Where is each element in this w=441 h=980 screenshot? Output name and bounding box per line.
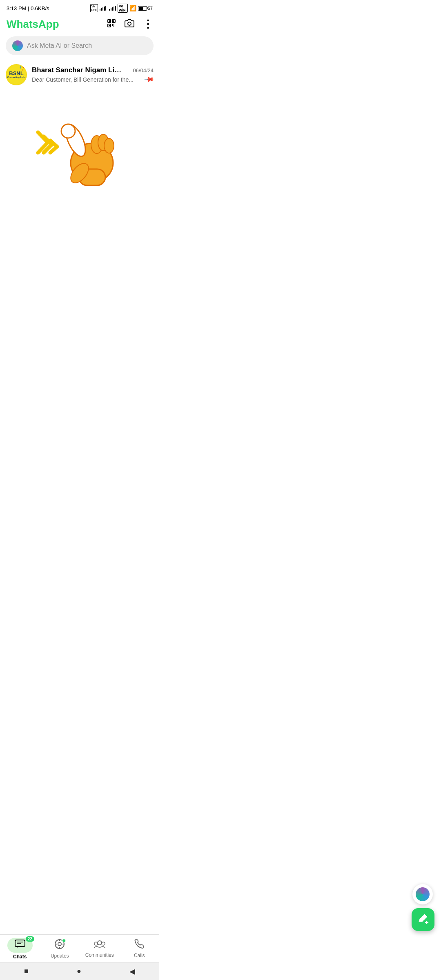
svg-rect-4 [113, 20, 114, 22]
search-bar[interactable]: Ask Meta AI or Search [6, 36, 154, 55]
search-placeholder: Ask Meta AI or Search [27, 42, 92, 49]
gesture-illustration [0, 89, 159, 200]
svg-rect-7 [112, 24, 113, 25]
svg-rect-12 [115, 25, 115, 27]
chat-preview-bsnl: Dear Customer, Bill Generation for the..… [32, 76, 134, 83]
chat-date-bsnl: 06/04/24 [133, 67, 154, 74]
svg-point-13 [128, 22, 131, 25]
svg-rect-5 [109, 25, 110, 26]
svg-point-20 [104, 138, 114, 153]
status-bar: 3:13 PM | 0.6KB/s VoLTE VoWiFi 📶 [0, 0, 159, 15]
status-time: 3:13 PM | 0.6KB/s [7, 5, 49, 11]
hand-gesture-svg [35, 106, 125, 192]
svg-point-17 [61, 124, 75, 138]
chat-item-bsnl[interactable]: ↗ ↗ BSNL Connecting India Bharat Sanchar… [0, 60, 159, 89]
more-options-icon[interactable]: ⋮ [143, 18, 153, 31]
pin-icon: 📌 [144, 74, 155, 85]
app-header: WhatsApp [0, 15, 159, 35]
chat-name-bsnl: Bharat Sanchar Nigam Limited [32, 66, 122, 74]
vowifi-icon: VoWiFi [118, 4, 128, 13]
signal-bars-2 [109, 6, 116, 11]
svg-rect-11 [114, 25, 114, 27]
volte-icon: VoLTE [90, 4, 98, 12]
chat-content-bsnl: Bharat Sanchar Nigam Limited 06/04/24 De… [32, 66, 154, 83]
svg-rect-3 [109, 20, 110, 22]
meta-ai-icon [12, 40, 23, 51]
chat-list: ↗ ↗ BSNL Connecting India Bharat Sanchar… [0, 60, 159, 89]
camera-icon[interactable] [125, 18, 134, 31]
status-icons: VoLTE VoWiFi 📶 57 [90, 4, 153, 13]
svg-rect-10 [112, 25, 113, 26]
svg-rect-9 [115, 24, 115, 25]
signal-bars-1 [100, 6, 107, 11]
wifi-icon: 📶 [129, 5, 136, 11]
battery: 57 [138, 6, 153, 11]
app-title: WhatsApp [7, 18, 59, 31]
qr-code-icon[interactable] [107, 18, 116, 31]
header-icons: ⋮ [107, 18, 153, 31]
svg-rect-8 [114, 24, 114, 25]
bsnl-avatar: ↗ ↗ BSNL Connecting India [6, 64, 27, 85]
